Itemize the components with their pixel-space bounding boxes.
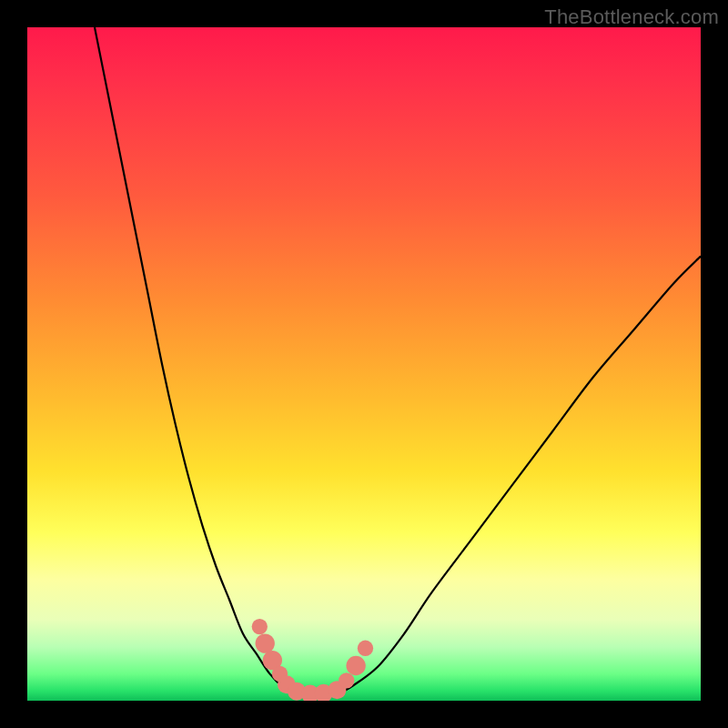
- watermark-text: TheBottleneck.com: [544, 5, 719, 29]
- salmon-dot: [256, 633, 275, 652]
- salmon-dot: [339, 672, 354, 688]
- left-branch-curve: [95, 27, 297, 694]
- right-branch-curve: [337, 257, 701, 694]
- salmon-dot: [358, 641, 373, 656]
- salmon-dot-group: [252, 619, 374, 701]
- chart-stage: TheBottleneck.com: [0, 0, 728, 728]
- plot-area: [27, 27, 701, 701]
- curve-layer: [27, 27, 701, 701]
- salmon-dot: [252, 619, 268, 634]
- salmon-dot: [346, 656, 365, 675]
